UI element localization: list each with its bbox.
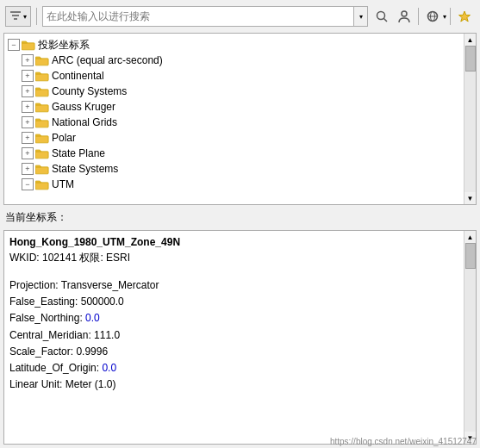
stateplane-expand-icon[interactable]: + — [22, 147, 34, 159]
globe-icon-btn[interactable] — [422, 6, 443, 27]
crs-detail-projection: Projection: Transverse_Mercator — [9, 277, 458, 294]
tree-item[interactable]: + State Systems — [4, 161, 464, 177]
crs-detail-val: 0.0 — [85, 312, 100, 324]
crs-detail-key: Latitude_Of_Origin: — [9, 362, 99, 374]
scroll-up-arrow[interactable]: ▲ — [464, 34, 477, 46]
watermark: https://blog.csdn.net/weixin_41512747 — [330, 437, 477, 446]
stateplane-label: State Plane — [52, 147, 105, 159]
search-icon — [375, 9, 389, 23]
crs-detail-key: Projection: — [9, 279, 59, 291]
crs-detail-false-easting: False_Easting: 500000.0 — [9, 294, 458, 310]
crs-authority-value: ESRI — [106, 252, 130, 264]
svg-rect-15 — [35, 120, 48, 127]
crs-authority-label: 权限: — [79, 252, 103, 264]
globe-icon — [426, 9, 439, 23]
tree-item[interactable]: + Gauss Kruger — [4, 99, 464, 115]
crs-detail-val: Meter (1.0) — [65, 378, 116, 390]
search-dropdown-arrow-icon: ▾ — [359, 13, 363, 21]
utm-expand-icon[interactable]: − — [22, 178, 34, 190]
toolbar-actions: ▾ — [371, 6, 475, 27]
main-container: ▾ ▾ — [0, 0, 480, 448]
crs-detail-linear-unit: Linear Unit: Meter (1.0) — [9, 376, 458, 393]
gauss-expand-icon[interactable]: + — [22, 101, 34, 113]
current-crs-section-label: 当前坐标系： — [3, 208, 477, 227]
svg-line-4 — [384, 19, 388, 22]
tree-content: − 投影坐标系 + — [4, 34, 464, 204]
crs-scroll-track — [464, 243, 476, 432]
arc-expand-icon[interactable]: + — [22, 54, 34, 66]
star-icon-btn[interactable] — [454, 6, 475, 27]
statesys-expand-icon[interactable]: + — [22, 163, 34, 175]
polar-expand-icon[interactable]: + — [22, 132, 34, 144]
tree-item[interactable]: + State Plane — [4, 146, 464, 161]
root-folder-icon — [22, 39, 35, 51]
svg-rect-12 — [35, 73, 48, 80]
county-expand-icon[interactable]: + — [22, 85, 34, 97]
tree-item[interactable]: + National Grids — [4, 115, 464, 130]
tree-item[interactable]: + County Systems — [4, 84, 464, 99]
polar-folder-icon — [35, 132, 49, 144]
crs-detail-false-northing: False_Northing: 0.0 — [9, 310, 458, 327]
root-collapse-icon[interactable]: − — [8, 39, 20, 51]
crs-content: Hong_Kong_1980_UTM_Zone_49N WKID: 102141… — [4, 231, 464, 444]
continental-expand-icon[interactable]: + — [22, 70, 34, 82]
filter-icon — [9, 9, 22, 24]
scroll-track — [464, 46, 476, 192]
crs-title: Hong_Kong_1980_UTM_Zone_49N — [9, 234, 458, 250]
crs-detail-key: False_Northing: — [9, 312, 83, 324]
tree-item[interactable]: + ARC (equal arc-second) — [4, 53, 464, 68]
filter-dropdown-arrow: ▾ — [23, 13, 27, 21]
toolbar-divider3 — [450, 8, 451, 25]
svg-rect-10 — [22, 42, 34, 49]
person-icon-btn[interactable] — [394, 6, 415, 27]
statesys-label: State Systems — [52, 163, 118, 175]
utm-label: UTM — [52, 178, 74, 190]
toolbar-divider2 — [418, 8, 419, 25]
search-box[interactable]: ▾ — [42, 6, 368, 27]
search-input[interactable] — [43, 10, 353, 22]
crs-detail-scale-factor: Scale_Factor: 0.9996 — [9, 344, 458, 360]
svg-rect-17 — [35, 151, 48, 158]
globe-dropdown-arrow: ▾ — [443, 13, 446, 21]
filter-button[interactable]: ▾ — [5, 6, 31, 27]
crs-scroll-up[interactable]: ▲ — [464, 231, 477, 243]
crs-detail-val: Transverse_Mercator — [61, 279, 159, 291]
national-expand-icon[interactable]: + — [22, 116, 34, 128]
root-label: 投影坐标系 — [38, 38, 90, 53]
svg-marker-9 — [459, 11, 471, 22]
county-label: County Systems — [52, 85, 127, 97]
search-icon-btn[interactable] — [371, 6, 392, 27]
arc-label: ARC (equal arc-second) — [52, 54, 163, 66]
person-icon — [397, 9, 411, 23]
svg-rect-19 — [35, 182, 48, 189]
crs-wkid-value: 102141 — [42, 252, 77, 264]
continental-folder-icon — [35, 70, 49, 82]
scroll-thumb[interactable] — [465, 46, 476, 72]
crs-detail-key: Scale_Factor: — [9, 345, 73, 358]
crs-detail-key: False_Easting: — [9, 296, 78, 308]
tree-item[interactable]: + Continental — [4, 68, 464, 84]
county-folder-icon — [35, 85, 49, 97]
crs-detail-val: 0.9996 — [76, 345, 108, 358]
crs-scrollbar: ▲ ▼ — [464, 231, 476, 444]
crs-detail-val: 111.0 — [94, 329, 120, 341]
utm-folder-icon — [35, 178, 49, 190]
tree-item[interactable]: − UTM — [4, 177, 464, 192]
svg-point-5 — [402, 11, 407, 16]
scroll-down-arrow[interactable]: ▼ — [464, 192, 477, 204]
search-dropdown-btn[interactable]: ▾ — [353, 7, 367, 26]
crs-wkid-line: WKID: 102141 权限: ESRI — [9, 250, 458, 265]
crs-wkid-label: WKID: — [9, 252, 40, 264]
svg-rect-11 — [35, 58, 48, 65]
tree-root[interactable]: − 投影坐标系 — [4, 37, 464, 53]
crs-detail-key: Central_Meridian: — [9, 329, 91, 341]
crs-scroll-thumb[interactable] — [465, 243, 476, 269]
toolbar-divider — [36, 8, 37, 25]
tree-items-container: + ARC (equal arc-second) + — [4, 53, 464, 192]
gauss-folder-icon — [35, 101, 49, 113]
stateplane-folder-icon — [35, 147, 49, 159]
statesys-folder-icon — [35, 163, 49, 175]
tree-item[interactable]: + Polar — [4, 130, 464, 146]
crs-panel: Hong_Kong_1980_UTM_Zone_49N WKID: 102141… — [3, 230, 477, 445]
crs-detail-key: Linear Unit: — [9, 378, 62, 390]
